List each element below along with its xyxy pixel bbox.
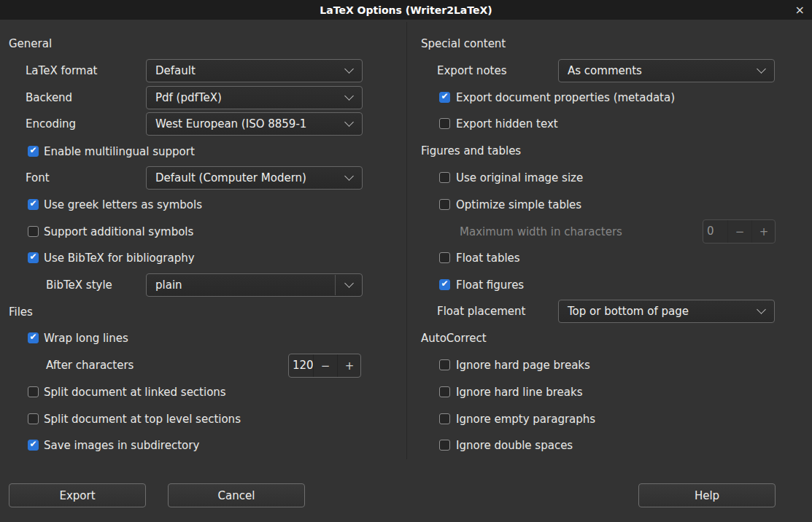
checkbox-greek-letters[interactable] [28, 199, 39, 210]
float-figures-label[interactable]: Float figures [456, 278, 524, 292]
chevron-down-icon [344, 64, 354, 74]
bibtex-style-combobox[interactable]: plain [146, 273, 363, 297]
checkbox-ignore-double-spaces[interactable] [439, 440, 450, 451]
checkbox-ignore-line-breaks[interactable] [439, 386, 450, 397]
additional-symbols-label[interactable]: Support additional symbols [44, 225, 193, 239]
checkbox-save-images-subdirectory[interactable] [28, 440, 39, 451]
backend-select[interactable]: Pdf (pdfTeX) [146, 86, 363, 109]
font-label: Font [26, 171, 50, 185]
checkbox-original-image-size[interactable] [439, 172, 450, 183]
float-placement-label: Float placement [437, 304, 525, 319]
backend-value: Pdf (pdfTeX) [147, 87, 344, 109]
float-tables-label[interactable]: Float tables [456, 251, 520, 265]
ignore-page-breaks-label[interactable]: Ignore hard page breaks [456, 358, 590, 373]
export-notes-value: As comments [559, 60, 756, 82]
help-button[interactable]: Help [638, 483, 776, 507]
max-width-characters-value: 0 [703, 220, 727, 243]
cancel-button[interactable]: Cancel [168, 483, 305, 507]
help-button-label: Help [695, 489, 719, 502]
chevron-down-icon [344, 171, 354, 181]
chevron-down-icon [344, 278, 354, 288]
checkbox-float-figures[interactable] [439, 279, 450, 290]
save-images-subdirectory-label[interactable]: Save images in subdirectory [44, 438, 199, 453]
use-bibtex-label[interactable]: Use BibTeX for bibliography [44, 251, 195, 265]
latex-format-label: LaTeX format [26, 63, 97, 78]
chevron-down-icon [344, 91, 354, 101]
section-files: Files [9, 305, 33, 319]
font-select[interactable]: Default (Computer Modern) [146, 166, 363, 190]
window-title: LaTeX Options (Writer2LaTeX) [320, 4, 492, 16]
optimize-simple-tables-label[interactable]: Optimize simple tables [456, 198, 581, 212]
cancel-button-label: Cancel [218, 489, 255, 502]
decrement-button[interactable]: − [313, 354, 337, 377]
encoding-label: Encoding [26, 117, 76, 131]
enable-multilingual-label[interactable]: Enable multilingual support [44, 144, 195, 159]
checkbox-additional-symbols[interactable] [28, 226, 39, 237]
float-placement-select[interactable]: Top or bottom of page [558, 300, 775, 323]
checkbox-float-tables[interactable] [439, 252, 450, 263]
max-width-characters-spinner: 0 − + [703, 219, 776, 244]
split-top-sections-label[interactable]: Split document at top level sections [44, 412, 241, 426]
section-figures-tables: Figures and tables [421, 144, 521, 158]
ignore-empty-paragraphs-label[interactable]: Ignore empty paragraphs [456, 412, 595, 426]
chevron-down-icon [344, 117, 354, 127]
titlebar[interactable]: LaTeX Options (Writer2LaTeX) × [0, 0, 812, 20]
chevron-down-icon [757, 305, 766, 314]
export-hidden-text-label[interactable]: Export hidden text [456, 117, 558, 131]
ignore-double-spaces-label[interactable]: Ignore double spaces [456, 438, 573, 453]
split-linked-sections-label[interactable]: Split document at linked sections [44, 385, 226, 400]
checkbox-export-doc-properties[interactable] [439, 92, 450, 103]
max-width-characters-label: Maximum width in characters [460, 225, 622, 239]
decrement-button: − [727, 220, 751, 243]
checkbox-ignore-empty-paragraphs[interactable] [439, 413, 450, 424]
latex-format-value: Default [147, 60, 344, 82]
wrap-long-lines-label[interactable]: Wrap long lines [44, 331, 128, 346]
bibtex-style-value: plain [147, 274, 344, 296]
export-notes-label: Export notes [437, 63, 506, 78]
bibtex-style-label: BibTeX style [46, 278, 112, 292]
float-placement-value: Top or bottom of page [559, 300, 756, 322]
export-button[interactable]: Export [9, 483, 146, 507]
section-general: General [9, 36, 52, 51]
latex-options-dialog: LaTeX Options (Writer2LaTeX) × General L… [0, 0, 812, 522]
backend-label: Backend [26, 90, 72, 105]
original-image-size-label[interactable]: Use original image size [456, 171, 583, 185]
section-special-content: Special content [421, 36, 506, 51]
checkbox-export-hidden-text[interactable] [439, 118, 450, 129]
increment-button: + [751, 220, 776, 243]
encoding-select[interactable]: West European (ISO 8859-1 [146, 112, 363, 136]
increment-button[interactable]: + [337, 354, 361, 377]
close-icon[interactable]: × [795, 4, 805, 16]
checkbox-use-bibtex[interactable] [28, 252, 39, 263]
section-autocorrect: AutoCorrect [421, 331, 487, 346]
after-characters-label: After characters [46, 358, 134, 373]
column-divider [406, 22, 407, 459]
font-value: Default (Computer Modern) [147, 167, 344, 189]
checkbox-split-top-sections[interactable] [28, 413, 39, 424]
ignore-line-breaks-label[interactable]: Ignore hard line breaks [456, 385, 582, 400]
chevron-down-icon [757, 64, 766, 74]
encoding-value: West European (ISO 8859-1 [147, 113, 344, 135]
checkbox-wrap-long-lines[interactable] [28, 332, 39, 343]
latex-format-select[interactable]: Default [146, 59, 363, 82]
checkbox-optimize-simple-tables[interactable] [439, 199, 450, 210]
combobox-separator [335, 275, 336, 295]
checkbox-ignore-page-breaks[interactable] [439, 359, 450, 370]
checkbox-split-linked-sections[interactable] [28, 386, 39, 397]
greek-letters-label[interactable]: Use greek letters as symbols [44, 198, 202, 212]
export-notes-select[interactable]: As comments [558, 59, 775, 82]
checkbox-enable-multilingual[interactable] [28, 146, 39, 157]
export-button-label: Export [59, 489, 95, 502]
export-doc-properties-label[interactable]: Export document properties (metadata) [456, 90, 675, 105]
after-characters-value[interactable]: 120 [289, 354, 313, 377]
after-characters-spinner[interactable]: 120 − + [288, 354, 361, 378]
